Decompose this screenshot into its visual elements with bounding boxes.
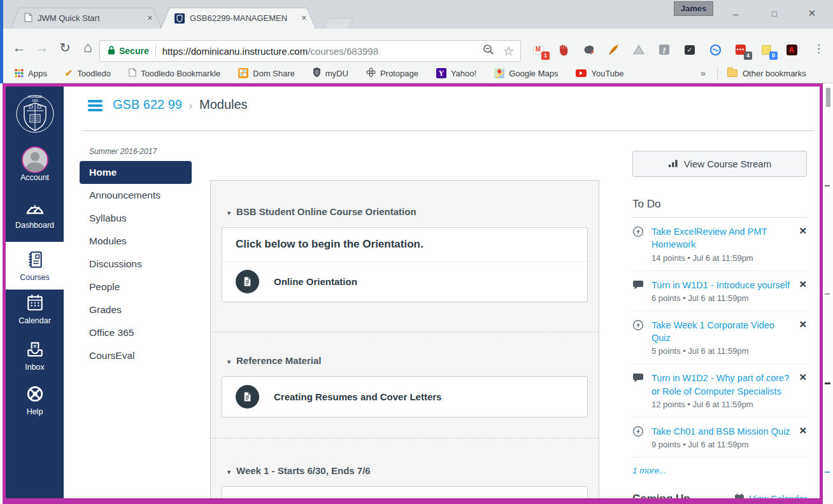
bookmark-mydu[interactable]: myDU	[307, 67, 354, 79]
bookmark-toodledo[interactable]: ✔ Toodledo	[59, 67, 117, 79]
todo-meta: 12 points • Jul 6 at 11:59pm	[651, 400, 792, 409]
modules-panel: ▾BSB Student Online Course Orientation C…	[210, 180, 599, 504]
todo-more-link[interactable]: 1 more...	[632, 466, 807, 475]
module-section-header[interactable]: ▾Reference Material	[227, 355, 582, 366]
extension-feather-icon[interactable]	[606, 43, 621, 57]
course-nav-office365[interactable]: Office 365	[80, 321, 192, 344]
module-section-header[interactable]: ▾BSB Student Online Course Orientation	[227, 206, 582, 217]
shield-icon	[313, 67, 321, 79]
todo-link[interactable]: Take ExcelReview And PMT Homework	[651, 225, 792, 251]
extension-gmail-icon[interactable]: M1	[530, 43, 546, 57]
course-nav-announcements[interactable]: Announcements	[80, 184, 192, 207]
reload-button[interactable]: ↻	[56, 40, 74, 55]
bookmark-protopage[interactable]: Protopage	[360, 67, 424, 79]
padlock-icon	[108, 45, 115, 57]
dismiss-x-icon[interactable]: ✕	[799, 425, 807, 449]
checkmark-icon: ✔	[65, 67, 73, 79]
todo-meta: 6 points • Jul 6 at 11:59pm	[651, 293, 792, 303]
bookmark-dom-share[interactable]: Dom Share	[232, 68, 301, 78]
sidebar-item-courses[interactable]: Courses	[6, 242, 64, 290]
breadcrumb-separator: ›	[189, 100, 192, 111]
extension-evernote-icon[interactable]	[581, 43, 597, 57]
extension-acrobat-icon[interactable]: A	[784, 43, 799, 57]
view-calendar-link[interactable]: 7 View Calendar	[734, 493, 807, 504]
course-nav-grades[interactable]: Grades	[80, 298, 192, 321]
extension-flash-icon[interactable]: f	[657, 43, 672, 57]
tab-jwm-quick-start[interactable]: JWM Quick Start ✕	[10, 8, 162, 29]
breadcrumb-course-link[interactable]: GSB 622 99	[113, 97, 182, 112]
bookmark-apps[interactable]: Apps	[9, 69, 53, 78]
tab-close-icon[interactable]: ✕	[147, 14, 153, 22]
tab-close-icon[interactable]: ✕	[301, 14, 307, 22]
collapse-triangle-icon: ▾	[227, 358, 231, 365]
svg-text:FOUNDED: FOUNDED	[27, 95, 42, 99]
quiz-icon	[632, 425, 645, 449]
bookmark-yahoo[interactable]: Y Yahoo!	[431, 68, 482, 78]
module-section-header[interactable]: ▾Week 1 - Starts 6/30, Ends 7/6	[227, 465, 582, 476]
browser-profile-button[interactable]: James	[674, 1, 713, 16]
module-item[interactable]: Creating Resumes and Cover Letters	[222, 377, 587, 417]
header-divider	[82, 130, 815, 131]
module-card: Click below to begin the Orientation. On…	[222, 227, 588, 302]
bookmark-google-maps[interactable]: Google Maps	[488, 68, 564, 78]
address-bar[interactable]: Secure https://dominicanu.instructure.co…	[99, 40, 521, 62]
bookmarks-overflow-chevron[interactable]: »	[701, 64, 706, 83]
todo-link[interactable]: Turn in W1D1 - Introduce yourself	[651, 279, 792, 291]
sidebar-item-help[interactable]: Help	[6, 382, 64, 416]
course-nav-people[interactable]: People	[80, 276, 192, 298]
todo-link[interactable]: Turn in W1D2 - Why part of core? or Role…	[651, 372, 792, 398]
extension-notes-icon[interactable]: 0	[758, 43, 774, 57]
bookmark-youtube[interactable]: YouTube	[570, 69, 629, 78]
tab-gsb62299[interactable]: GSB62299-MANAGEMEN ✕	[160, 8, 316, 29]
module-divider	[211, 438, 599, 438]
sidebar-item-account[interactable]: Account	[6, 148, 64, 182]
window-close-button[interactable]: ✕	[797, 4, 827, 23]
window-maximize-button[interactable]: □	[759, 4, 790, 23]
module-text-row: Click below to begin the Orientation.	[222, 228, 587, 262]
course-nav-courseval[interactable]: CoursEval	[80, 344, 192, 367]
dismiss-x-icon[interactable]: ✕	[799, 319, 807, 356]
forward-button[interactable]: →	[33, 40, 51, 55]
extension-sync-icon[interactable]	[708, 43, 723, 57]
sidebar-item-inbox[interactable]: Inbox	[6, 338, 64, 372]
course-nav-syllabus[interactable]: Syllabus	[80, 207, 192, 230]
new-tab-button[interactable]	[324, 18, 354, 29]
module-divider	[211, 332, 599, 332]
course-nav-home[interactable]: Home	[80, 161, 192, 184]
todo-meta: 14 points • Jul 6 at 11:59pm	[651, 253, 792, 263]
module-item-link[interactable]: Online Orientation	[274, 276, 357, 287]
module-item-link[interactable]: Creating Resumes and Cover Letters	[274, 391, 441, 402]
course-nav-discussions[interactable]: Discussions	[80, 253, 192, 276]
dominican-university-crest[interactable]: FOUNDED 1901	[14, 92, 56, 139]
collapse-triangle-icon: ▾	[227, 209, 231, 216]
extension-grid-icon[interactable]: •••4	[733, 43, 748, 57]
browser-menu-icon[interactable]: ⋮	[813, 42, 824, 55]
bookmark-star-icon[interactable]: ☆	[503, 45, 514, 57]
inbox-tray-icon	[6, 338, 64, 361]
module-item[interactable]: Online Orientation	[222, 262, 587, 302]
back-button[interactable]: ←	[10, 40, 28, 55]
dashboard-gauge-icon	[6, 196, 64, 219]
extension-inbox-check-icon[interactable]: ✓	[682, 43, 697, 57]
sidebar-item-dashboard[interactable]: Dashboard	[6, 196, 64, 230]
course-nav-modules[interactable]: Modules	[80, 230, 192, 253]
extension-stop-hand-icon[interactable]	[556, 43, 571, 57]
dismiss-x-icon[interactable]: ✕	[799, 279, 807, 303]
view-course-stream-button[interactable]: View Course Stream	[632, 151, 807, 177]
bookmark-toodledo-bookmarklet[interactable]: Toodledo Bookmarkle	[123, 68, 226, 79]
scrollbar-thumb[interactable]	[826, 88, 830, 107]
zoom-out-icon[interactable]	[483, 44, 494, 58]
todo-link[interactable]: Take Ch01 and BSB Mission Quiz	[651, 425, 792, 438]
home-button[interactable]: ⌂	[79, 39, 97, 56]
dismiss-x-icon[interactable]: ✕	[799, 372, 807, 409]
window-minimize-button[interactable]: –	[720, 4, 751, 23]
dismiss-x-icon[interactable]: ✕	[799, 225, 807, 263]
sidebar-item-calendar[interactable]: Calendar	[6, 291, 64, 325]
course-nav-hamburger-icon[interactable]	[88, 100, 103, 113]
url-text[interactable]: https://dominicanu.instructure.com/cours…	[162, 46, 478, 57]
bar-chart-icon	[668, 158, 678, 170]
other-bookmarks-button[interactable]: Other bookmarks	[727, 64, 806, 83]
extension-drive-icon[interactable]	[631, 43, 646, 57]
todo-link[interactable]: Take Week 1 Corporate Video Quiz	[651, 319, 792, 345]
todo-meta: 5 points • Jul 6 at 11:59pm	[651, 346, 792, 356]
